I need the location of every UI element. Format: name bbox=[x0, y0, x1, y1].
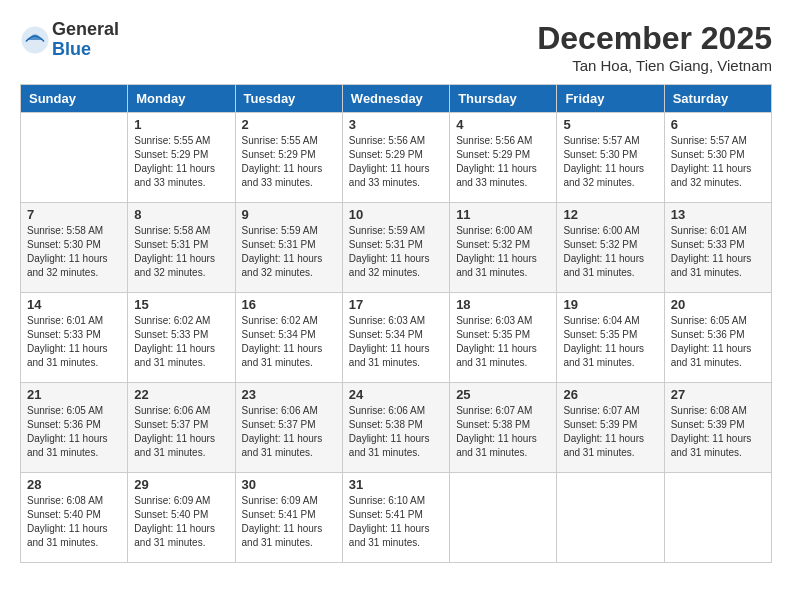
day-number: 2 bbox=[242, 117, 336, 132]
day-cell: 26Sunrise: 6:07 AM Sunset: 5:39 PM Dayli… bbox=[557, 383, 664, 473]
day-info: Sunrise: 6:06 AM Sunset: 5:37 PM Dayligh… bbox=[242, 404, 336, 460]
day-cell: 1Sunrise: 5:55 AM Sunset: 5:29 PM Daylig… bbox=[128, 113, 235, 203]
day-number: 28 bbox=[27, 477, 121, 492]
day-info: Sunrise: 5:57 AM Sunset: 5:30 PM Dayligh… bbox=[671, 134, 765, 190]
day-number: 16 bbox=[242, 297, 336, 312]
logo-icon bbox=[20, 25, 50, 55]
day-number: 8 bbox=[134, 207, 228, 222]
day-info: Sunrise: 5:55 AM Sunset: 5:29 PM Dayligh… bbox=[134, 134, 228, 190]
day-info: Sunrise: 6:06 AM Sunset: 5:38 PM Dayligh… bbox=[349, 404, 443, 460]
day-number: 23 bbox=[242, 387, 336, 402]
day-info: Sunrise: 6:04 AM Sunset: 5:35 PM Dayligh… bbox=[563, 314, 657, 370]
day-cell bbox=[664, 473, 771, 563]
location: Tan Hoa, Tien Giang, Vietnam bbox=[537, 57, 772, 74]
logo: General Blue bbox=[20, 20, 119, 60]
day-info: Sunrise: 5:55 AM Sunset: 5:29 PM Dayligh… bbox=[242, 134, 336, 190]
day-cell: 20Sunrise: 6:05 AM Sunset: 5:36 PM Dayli… bbox=[664, 293, 771, 383]
day-number: 29 bbox=[134, 477, 228, 492]
day-cell: 5Sunrise: 5:57 AM Sunset: 5:30 PM Daylig… bbox=[557, 113, 664, 203]
day-cell: 2Sunrise: 5:55 AM Sunset: 5:29 PM Daylig… bbox=[235, 113, 342, 203]
day-number: 7 bbox=[27, 207, 121, 222]
day-info: Sunrise: 6:00 AM Sunset: 5:32 PM Dayligh… bbox=[456, 224, 550, 280]
day-cell: 10Sunrise: 5:59 AM Sunset: 5:31 PM Dayli… bbox=[342, 203, 449, 293]
day-cell bbox=[21, 113, 128, 203]
month-title: December 2025 bbox=[537, 20, 772, 57]
day-cell: 3Sunrise: 5:56 AM Sunset: 5:29 PM Daylig… bbox=[342, 113, 449, 203]
day-number: 5 bbox=[563, 117, 657, 132]
day-cell: 23Sunrise: 6:06 AM Sunset: 5:37 PM Dayli… bbox=[235, 383, 342, 473]
logo-blue: Blue bbox=[52, 40, 119, 60]
day-cell bbox=[557, 473, 664, 563]
day-number: 26 bbox=[563, 387, 657, 402]
header-row: SundayMondayTuesdayWednesdayThursdayFrid… bbox=[21, 85, 772, 113]
day-cell: 13Sunrise: 6:01 AM Sunset: 5:33 PM Dayli… bbox=[664, 203, 771, 293]
day-info: Sunrise: 5:58 AM Sunset: 5:30 PM Dayligh… bbox=[27, 224, 121, 280]
week-row-5: 28Sunrise: 6:08 AM Sunset: 5:40 PM Dayli… bbox=[21, 473, 772, 563]
logo-text: General Blue bbox=[52, 20, 119, 60]
day-number: 15 bbox=[134, 297, 228, 312]
day-info: Sunrise: 6:09 AM Sunset: 5:41 PM Dayligh… bbox=[242, 494, 336, 550]
day-cell: 19Sunrise: 6:04 AM Sunset: 5:35 PM Dayli… bbox=[557, 293, 664, 383]
day-cell: 18Sunrise: 6:03 AM Sunset: 5:35 PM Dayli… bbox=[450, 293, 557, 383]
day-number: 3 bbox=[349, 117, 443, 132]
header-monday: Monday bbox=[128, 85, 235, 113]
day-cell: 28Sunrise: 6:08 AM Sunset: 5:40 PM Dayli… bbox=[21, 473, 128, 563]
day-number: 31 bbox=[349, 477, 443, 492]
day-cell: 12Sunrise: 6:00 AM Sunset: 5:32 PM Dayli… bbox=[557, 203, 664, 293]
day-info: Sunrise: 5:59 AM Sunset: 5:31 PM Dayligh… bbox=[349, 224, 443, 280]
day-info: Sunrise: 6:00 AM Sunset: 5:32 PM Dayligh… bbox=[563, 224, 657, 280]
day-cell: 24Sunrise: 6:06 AM Sunset: 5:38 PM Dayli… bbox=[342, 383, 449, 473]
day-cell: 4Sunrise: 5:56 AM Sunset: 5:29 PM Daylig… bbox=[450, 113, 557, 203]
header-friday: Friday bbox=[557, 85, 664, 113]
logo-general: General bbox=[52, 20, 119, 40]
header-thursday: Thursday bbox=[450, 85, 557, 113]
day-info: Sunrise: 6:01 AM Sunset: 5:33 PM Dayligh… bbox=[671, 224, 765, 280]
header-wednesday: Wednesday bbox=[342, 85, 449, 113]
day-cell: 15Sunrise: 6:02 AM Sunset: 5:33 PM Dayli… bbox=[128, 293, 235, 383]
title-section: December 2025 Tan Hoa, Tien Giang, Vietn… bbox=[537, 20, 772, 74]
day-number: 1 bbox=[134, 117, 228, 132]
day-number: 6 bbox=[671, 117, 765, 132]
calendar-table: SundayMondayTuesdayWednesdayThursdayFrid… bbox=[20, 84, 772, 563]
day-info: Sunrise: 6:06 AM Sunset: 5:37 PM Dayligh… bbox=[134, 404, 228, 460]
week-row-1: 1Sunrise: 5:55 AM Sunset: 5:29 PM Daylig… bbox=[21, 113, 772, 203]
header-tuesday: Tuesday bbox=[235, 85, 342, 113]
day-number: 13 bbox=[671, 207, 765, 222]
day-info: Sunrise: 6:09 AM Sunset: 5:40 PM Dayligh… bbox=[134, 494, 228, 550]
day-number: 30 bbox=[242, 477, 336, 492]
day-info: Sunrise: 6:07 AM Sunset: 5:38 PM Dayligh… bbox=[456, 404, 550, 460]
day-cell: 11Sunrise: 6:00 AM Sunset: 5:32 PM Dayli… bbox=[450, 203, 557, 293]
day-cell: 22Sunrise: 6:06 AM Sunset: 5:37 PM Dayli… bbox=[128, 383, 235, 473]
day-number: 12 bbox=[563, 207, 657, 222]
day-info: Sunrise: 6:05 AM Sunset: 5:36 PM Dayligh… bbox=[671, 314, 765, 370]
week-row-4: 21Sunrise: 6:05 AM Sunset: 5:36 PM Dayli… bbox=[21, 383, 772, 473]
day-number: 25 bbox=[456, 387, 550, 402]
day-number: 14 bbox=[27, 297, 121, 312]
day-number: 27 bbox=[671, 387, 765, 402]
day-number: 11 bbox=[456, 207, 550, 222]
day-number: 9 bbox=[242, 207, 336, 222]
day-info: Sunrise: 6:07 AM Sunset: 5:39 PM Dayligh… bbox=[563, 404, 657, 460]
day-number: 4 bbox=[456, 117, 550, 132]
day-number: 19 bbox=[563, 297, 657, 312]
header-sunday: Sunday bbox=[21, 85, 128, 113]
day-info: Sunrise: 6:03 AM Sunset: 5:35 PM Dayligh… bbox=[456, 314, 550, 370]
day-info: Sunrise: 6:02 AM Sunset: 5:34 PM Dayligh… bbox=[242, 314, 336, 370]
day-cell: 29Sunrise: 6:09 AM Sunset: 5:40 PM Dayli… bbox=[128, 473, 235, 563]
day-cell: 17Sunrise: 6:03 AM Sunset: 5:34 PM Dayli… bbox=[342, 293, 449, 383]
day-info: Sunrise: 6:05 AM Sunset: 5:36 PM Dayligh… bbox=[27, 404, 121, 460]
day-cell: 7Sunrise: 5:58 AM Sunset: 5:30 PM Daylig… bbox=[21, 203, 128, 293]
day-cell: 27Sunrise: 6:08 AM Sunset: 5:39 PM Dayli… bbox=[664, 383, 771, 473]
day-number: 10 bbox=[349, 207, 443, 222]
day-info: Sunrise: 5:56 AM Sunset: 5:29 PM Dayligh… bbox=[456, 134, 550, 190]
day-cell: 16Sunrise: 6:02 AM Sunset: 5:34 PM Dayli… bbox=[235, 293, 342, 383]
week-row-2: 7Sunrise: 5:58 AM Sunset: 5:30 PM Daylig… bbox=[21, 203, 772, 293]
day-cell: 25Sunrise: 6:07 AM Sunset: 5:38 PM Dayli… bbox=[450, 383, 557, 473]
day-info: Sunrise: 5:57 AM Sunset: 5:30 PM Dayligh… bbox=[563, 134, 657, 190]
day-info: Sunrise: 6:01 AM Sunset: 5:33 PM Dayligh… bbox=[27, 314, 121, 370]
day-info: Sunrise: 6:08 AM Sunset: 5:40 PM Dayligh… bbox=[27, 494, 121, 550]
day-info: Sunrise: 6:02 AM Sunset: 5:33 PM Dayligh… bbox=[134, 314, 228, 370]
day-info: Sunrise: 5:59 AM Sunset: 5:31 PM Dayligh… bbox=[242, 224, 336, 280]
day-cell: 9Sunrise: 5:59 AM Sunset: 5:31 PM Daylig… bbox=[235, 203, 342, 293]
page-header: General Blue December 2025 Tan Hoa, Tien… bbox=[20, 20, 772, 74]
